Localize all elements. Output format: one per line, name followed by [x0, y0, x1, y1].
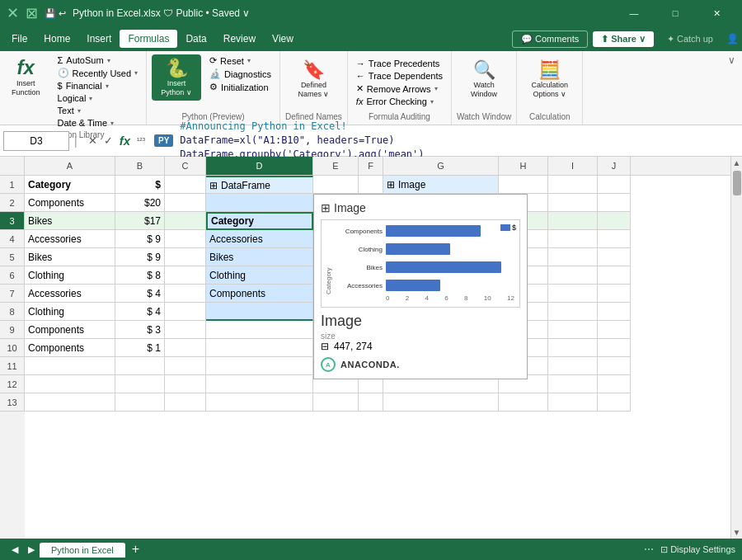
logical-dropdown[interactable]: Logical ▾ [54, 92, 142, 104]
cell-b1[interactable]: $ [115, 176, 165, 194]
cell-a4[interactable]: Accessories [25, 230, 115, 248]
cell-d12[interactable] [206, 375, 313, 393]
cell-a6[interactable]: Clothing [25, 266, 115, 285]
cell-b6[interactable]: $ 8 [115, 266, 165, 285]
cell-a7[interactable]: Accessories [25, 285, 115, 303]
cancel-formula-btn[interactable]: ✕ [86, 134, 100, 148]
cell-a1[interactable]: Category [25, 176, 115, 194]
cell-d2[interactable] [206, 194, 313, 212]
cell-j6[interactable] [598, 266, 631, 285]
row-header-12[interactable]: 12 [0, 375, 25, 393]
datetime-dropdown[interactable]: Date & Time ▾ [54, 117, 142, 129]
cell-a2[interactable]: Components [25, 194, 115, 212]
cell-b7[interactable]: $ 4 [115, 285, 165, 303]
cell-a8[interactable]: Clothing [25, 303, 115, 321]
menu-data[interactable]: Data [177, 30, 214, 48]
row-header-9[interactable]: 9 [0, 321, 25, 339]
col-header-d[interactable]: D [206, 157, 313, 175]
cell-i12[interactable] [548, 375, 598, 393]
row-header-7[interactable]: 7 [0, 285, 25, 303]
watch-window-button[interactable]: 🔍 WatchWindow [467, 58, 500, 101]
cell-b3[interactable]: $17 [115, 212, 165, 230]
col-header-g[interactable]: G [383, 157, 499, 175]
cell-a3[interactable]: Bikes [25, 212, 115, 230]
cell-f1[interactable] [359, 176, 383, 194]
row-header-4[interactable]: 4 [0, 230, 25, 248]
close-btn[interactable]: ✕ [697, 0, 735, 26]
row-header-13[interactable]: 13 [0, 393, 25, 412]
cell-b2[interactable]: $20 [115, 194, 165, 212]
cell-j2[interactable] [598, 194, 631, 212]
cell-j11[interactable] [598, 357, 631, 375]
ribbon-expand[interactable]: ∨ [725, 51, 739, 125]
cell-b10[interactable]: $ 1 [115, 339, 165, 357]
cell-b11[interactable] [115, 357, 165, 375]
recently-used-dropdown[interactable]: 🕐 Recently Used ▾ [54, 67, 142, 79]
cell-d5[interactable]: Bikes [206, 248, 313, 266]
cell-g1[interactable]: ⊞Image [383, 176, 499, 194]
comments-button[interactable]: 💬 Comments [512, 31, 588, 48]
col-header-e[interactable]: E [313, 157, 359, 175]
row-header-8[interactable]: 8 [0, 303, 25, 321]
vertical-scrollbar[interactable]: ▲ ▼ [730, 157, 742, 539]
defined-names-button[interactable]: 🔖 DefinedNames ∨ [294, 58, 332, 101]
cell-c4[interactable] [165, 230, 206, 248]
name-box[interactable] [3, 131, 69, 151]
cell-c3[interactable] [165, 212, 206, 230]
cell-c2[interactable] [165, 194, 206, 212]
cell-i9[interactable] [548, 321, 598, 339]
confirm-formula-btn[interactable]: ✓ [101, 134, 115, 148]
catchup-button[interactable]: ✦ Catch up [659, 31, 721, 47]
cell-i1[interactable] [548, 176, 598, 194]
cell-i3[interactable] [548, 212, 598, 230]
cell-a12[interactable] [25, 375, 115, 393]
cell-c7[interactable] [165, 285, 206, 303]
cell-c5[interactable] [165, 248, 206, 266]
scroll-down-btn[interactable]: ▼ [733, 528, 741, 537]
row-header-11[interactable]: 11 [0, 357, 25, 375]
cell-b12[interactable] [115, 375, 165, 393]
insert-python-button[interactable]: 🐍 InsertPython ∨ [152, 54, 201, 101]
cell-h1[interactable] [499, 176, 548, 194]
trace-dependents-btn[interactable]: ← Trace Dependents [353, 70, 446, 82]
menu-file[interactable]: File [3, 30, 35, 48]
cell-i13[interactable] [548, 393, 598, 412]
cell-c13[interactable] [165, 393, 206, 412]
tab-nav-left[interactable]: ◀ [7, 544, 23, 555]
cell-c9[interactable] [165, 321, 206, 339]
add-sheet-button[interactable]: + [127, 542, 144, 557]
cell-i4[interactable] [548, 230, 598, 248]
cell-d13[interactable] [206, 393, 313, 412]
col-header-f[interactable]: F [359, 157, 383, 175]
cell-c11[interactable] [165, 357, 206, 375]
cell-a11[interactable] [25, 357, 115, 375]
cell-j1[interactable] [598, 176, 631, 194]
row-header-6[interactable]: 6 [0, 266, 25, 285]
row-header-3[interactable]: 3 [0, 212, 25, 230]
cell-a10[interactable]: Components [25, 339, 115, 357]
cell-d9[interactable] [206, 321, 313, 339]
text-dropdown[interactable]: Text ▾ [54, 105, 142, 116]
remove-arrows-btn[interactable]: ✕ Remove Arrows ▾ [353, 82, 446, 95]
ellipsis-btn[interactable]: ⋯ [644, 544, 654, 555]
cell-a13[interactable] [25, 393, 115, 412]
cell-j9[interactable] [598, 321, 631, 339]
col-header-h[interactable]: H [499, 157, 548, 175]
cell-d1[interactable]: ⊞DataFrame [206, 176, 313, 194]
cell-i8[interactable] [548, 303, 598, 321]
cell-d3-active[interactable]: Category [206, 212, 313, 230]
tab-nav-right[interactable]: ▶ [23, 544, 40, 555]
cell-b9[interactable]: $ 3 [115, 321, 165, 339]
diagnostics-btn[interactable]: 🔬 Diagnostics [206, 68, 275, 80]
menu-home[interactable]: Home [35, 30, 78, 48]
cell-j4[interactable] [598, 230, 631, 248]
cell-j12[interactable] [598, 375, 631, 393]
cell-j7[interactable] [598, 285, 631, 303]
cell-j3[interactable] [598, 212, 631, 230]
cell-d6[interactable]: Clothing [206, 266, 313, 285]
scroll-up-btn[interactable]: ▲ [733, 158, 741, 167]
error-checking-btn[interactable]: fx Error Checking ▾ [353, 96, 446, 107]
cell-c10[interactable] [165, 339, 206, 357]
initialization-btn[interactable]: ⚙ Initialization [206, 81, 275, 93]
cell-d7[interactable]: Components [206, 285, 313, 303]
